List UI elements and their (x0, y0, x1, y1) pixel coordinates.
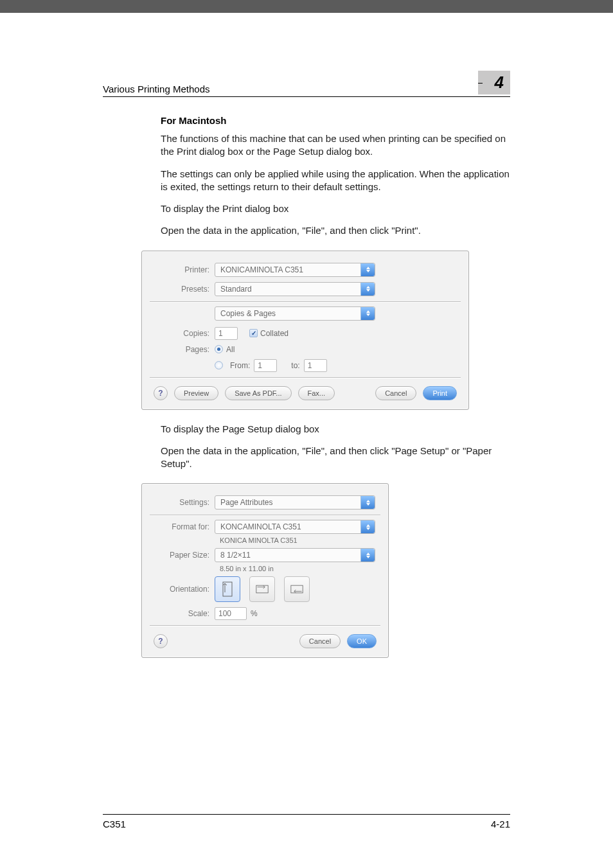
updown-icon (360, 496, 375, 509)
updown-icon (360, 520, 375, 533)
pages-all-radio[interactable] (215, 345, 223, 353)
printer-value: KONICAMINOLTA C351 (220, 265, 303, 274)
label-presets: Presets: (154, 285, 215, 294)
paper-size-value: 8 1/2×11 (220, 551, 251, 560)
paragraph: To display the Page Setup dialog box (161, 423, 510, 436)
orientation-landscape-right[interactable] (284, 576, 310, 602)
label-printer: Printer: (154, 265, 215, 274)
presets-select[interactable]: Standard (215, 282, 375, 296)
printer-select[interactable]: KONICAMINOLTA C351 (215, 263, 375, 277)
preview-button[interactable]: Preview (174, 386, 218, 400)
copies-input[interactable] (215, 327, 238, 340)
printer-model-sublabel: KONICA MINOLTA C351 (220, 536, 377, 544)
format-for-value: KONCAMINOLTA C351 (220, 522, 301, 531)
scale-unit: % (251, 609, 258, 618)
row-presets: Presets: Standard (154, 282, 457, 296)
settings-select[interactable]: Page Attributes (215, 495, 375, 509)
page-footer: C351 4-21 (103, 814, 510, 829)
row-scale: Scale: % (154, 607, 377, 620)
portrait-icon (221, 581, 234, 597)
updown-icon (360, 307, 375, 320)
content-area: Various Printing Methods 4 For Macintosh… (103, 71, 510, 658)
ok-button[interactable]: OK (347, 634, 377, 648)
landscape-left-icon (256, 581, 269, 597)
settings-value: Page Attributes (220, 498, 272, 507)
updown-icon (360, 263, 375, 276)
print-dialog: Printer: KONICAMINOLTA C351 Presets: Sta… (141, 251, 469, 410)
footer-model: C351 (103, 819, 126, 829)
row-pages: Pages: All (154, 345, 457, 354)
format-for-select[interactable]: KONCAMINOLTA C351 (215, 520, 375, 534)
paragraph: The settings can only be applied while u… (161, 168, 510, 194)
paragraph: The functions of this machine that can b… (161, 132, 510, 159)
updown-icon (360, 283, 375, 296)
pages-all-label: All (226, 345, 235, 354)
orientation-landscape-left[interactable] (249, 576, 275, 602)
running-title: Various Printing Methods (103, 84, 209, 94)
label-orientation: Orientation: (154, 585, 215, 594)
row-paper-size: Paper Size: 8 1/2×11 (154, 548, 377, 562)
page: Various Printing Methods 4 For Macintosh… (0, 13, 613, 868)
label-settings: Settings: (154, 498, 215, 507)
updown-icon (360, 549, 375, 562)
paper-size-select[interactable]: 8 1/2×11 (215, 548, 375, 562)
subheading: For Macintosh (161, 115, 510, 126)
row-pages-from: From: to: (154, 359, 457, 372)
body-column: For Macintosh The functions of this mach… (161, 115, 510, 658)
label-format-for: Format for: (154, 522, 215, 531)
row-panel: Copies & Pages (215, 306, 457, 321)
label-paper-size: Paper Size: (154, 551, 215, 560)
from-label: From: (230, 361, 250, 370)
row-orientation: Orientation: (154, 576, 377, 602)
label-copies: Copies: (154, 329, 215, 338)
page-setup-dialog: Settings: Page Attributes Format for: KO… (141, 483, 389, 658)
to-input[interactable] (304, 359, 327, 372)
panel-value: Copies & Pages (220, 309, 276, 318)
presets-value: Standard (220, 285, 252, 294)
chapter-number: 4 (495, 73, 504, 93)
from-input[interactable] (254, 359, 277, 372)
paragraph: Open the data in the application, "File"… (161, 224, 510, 237)
row-printer: Printer: KONICAMINOLTA C351 (154, 263, 457, 277)
landscape-right-icon (290, 581, 303, 597)
row-format-for: Format for: KONCAMINOLTA C351 (154, 520, 377, 534)
help-button[interactable]: ? (154, 386, 168, 400)
print-button[interactable]: Print (423, 386, 457, 400)
divider (150, 301, 461, 303)
label-scale: Scale: (154, 609, 215, 618)
collated-label: Collated (260, 329, 289, 338)
panel-select[interactable]: Copies & Pages (215, 306, 375, 321)
row-settings: Settings: Page Attributes (154, 495, 377, 509)
footer-page-number: 4-21 (491, 819, 510, 829)
divider (150, 377, 461, 378)
pages-range-radio[interactable] (215, 361, 223, 369)
paper-size-sublabel: 8.50 in x 11.00 in (220, 565, 377, 572)
help-button[interactable]: ? (154, 634, 168, 648)
to-label: to: (291, 361, 299, 370)
label-pages: Pages: (154, 345, 215, 354)
chapter-chip: 4 (478, 71, 510, 94)
scale-input[interactable] (215, 607, 247, 620)
running-header: Various Printing Methods 4 (103, 71, 510, 97)
paragraph: To display the Print dialog box (161, 202, 510, 215)
collated-checkbox[interactable]: ✓ (249, 329, 258, 337)
cancel-button[interactable]: Cancel (375, 386, 416, 400)
row-copies: Copies: ✓ Collated (154, 327, 457, 340)
fax-button[interactable]: Fax... (298, 386, 335, 400)
cancel-button[interactable]: Cancel (299, 634, 341, 648)
divider (150, 515, 380, 516)
svg-rect-2 (291, 585, 303, 593)
paragraph: Open the data in the application, "File"… (161, 445, 510, 471)
pagesetup-button-row: ? Cancel OK (154, 634, 377, 648)
svg-rect-1 (256, 585, 268, 593)
orientation-portrait[interactable] (215, 576, 240, 602)
print-button-row: ? Preview Save As PDF... Fax... Cancel P… (154, 386, 457, 400)
divider (150, 625, 380, 626)
save-as-pdf-button[interactable]: Save As PDF... (225, 386, 291, 400)
